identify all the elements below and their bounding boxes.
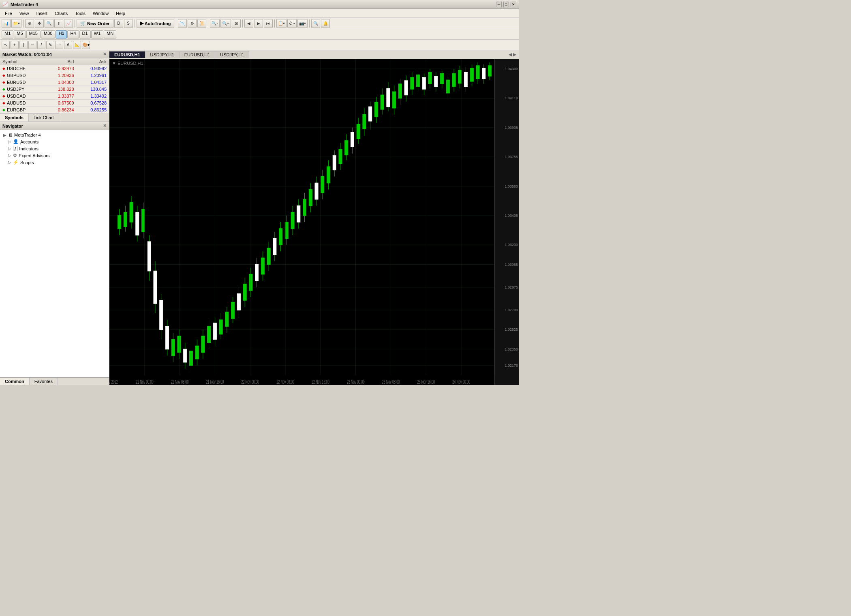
market-watch-row[interactable]: ◆ EURGBP 0.86234 0.86255	[0, 107, 109, 113]
menu-file[interactable]: File	[2, 10, 15, 17]
tab-common[interactable]: Common	[0, 378, 30, 385]
zoom-minus-button[interactable]: 🔍-	[210, 19, 219, 28]
new-order-button[interactable]: 🛒 New Order	[77, 19, 113, 28]
app-title: MetaTrader 4	[11, 2, 38, 7]
tf-w1[interactable]: W1	[91, 30, 104, 38]
trend-line-tool[interactable]: /	[37, 41, 45, 49]
vertical-line-tool[interactable]: |	[19, 41, 28, 49]
snapshot-button[interactable]: 📷▾	[297, 19, 308, 28]
period-sep-button[interactable]: ⫿	[54, 19, 63, 28]
nav-accounts[interactable]: ▷ 👤 Accounts	[0, 138, 109, 145]
menu-window[interactable]: Window	[90, 10, 112, 17]
crosshair-tool[interactable]: +	[11, 41, 19, 49]
menu-charts[interactable]: Charts	[51, 10, 71, 17]
color-picker[interactable]: 🎨▾	[82, 41, 90, 49]
market-watch-row[interactable]: ◆ USDCAD 1.33377 1.33402	[0, 93, 109, 100]
dotted-tool[interactable]: ···	[55, 41, 63, 49]
tf-h4[interactable]: H4	[67, 30, 79, 38]
tab-symbols[interactable]: Symbols	[0, 113, 29, 122]
tf-h1[interactable]: H1	[56, 30, 67, 38]
autotrading-button[interactable]: ▶ AutoTrading	[137, 19, 175, 28]
forward-button[interactable]: ▶	[254, 19, 263, 28]
chart-type-button[interactable]: 📈	[64, 19, 73, 28]
market-watch-row[interactable]: ◆ USDJPY 138.828 138.845	[0, 86, 109, 93]
market-watch-row[interactable]: ◆ EURUSD 1.04300 1.04317	[0, 79, 109, 86]
move-button[interactable]: ✥	[35, 19, 44, 28]
tf-m5[interactable]: M5	[14, 30, 26, 38]
templates-button[interactable]: 📋▾	[276, 19, 287, 28]
svg-rect-132	[470, 68, 473, 81]
zoom-in-button[interactable]: 🔍	[45, 19, 53, 28]
search-button[interactable]: 🔍	[311, 19, 320, 28]
menu-help[interactable]: Help	[113, 10, 128, 17]
tf-mn[interactable]: MN	[104, 30, 116, 38]
nav-indicators[interactable]: ▷ f Indicators	[0, 145, 109, 152]
back-button[interactable]: ◀	[244, 19, 253, 28]
regression-tool[interactable]: 📐	[73, 41, 81, 49]
experts-button[interactable]: ⚙	[188, 19, 197, 28]
menu-view[interactable]: View	[16, 10, 32, 17]
menu-insert[interactable]: Insert	[33, 10, 51, 17]
symbol-cell: ◆ GBPUSD	[0, 72, 44, 79]
separator-3	[135, 19, 135, 28]
horizontal-line-tool[interactable]: ─	[28, 41, 36, 49]
new-chart-button[interactable]: 📊	[2, 19, 11, 28]
cursor-tool[interactable]: ↖	[2, 41, 10, 49]
buy-button[interactable]: B	[114, 19, 123, 28]
navigator-close[interactable]: ✕	[103, 123, 107, 128]
tf-m15[interactable]: M15	[26, 30, 41, 38]
fix-scale-button[interactable]: ⊠	[232, 19, 241, 28]
nav-metatrader4[interactable]: ▶ 🖥 MetaTrader 4	[0, 132, 109, 138]
svg-text:23 Nov 16:00: 23 Nov 16:00	[417, 379, 435, 385]
history-button[interactable]: ⏱▾	[287, 19, 297, 28]
sell-button[interactable]: S	[124, 19, 133, 28]
menu-tools[interactable]: Tools	[72, 10, 89, 17]
bid-price: 1.20936	[44, 72, 76, 79]
chart-tab-usdjpy-h1-2[interactable]: USDJPY,H1	[215, 51, 249, 58]
pen-tool[interactable]: ✎	[46, 41, 54, 49]
crosshair-button[interactable]: ⊕	[25, 19, 34, 28]
svg-rect-82	[321, 176, 324, 192]
chart-canvas[interactable]: ▼ EURUSD,H1 1.04300 1.04110 1.03935 1.03…	[109, 59, 519, 385]
tf-m30[interactable]: M30	[41, 30, 55, 38]
separator-7	[274, 19, 275, 28]
indicators-button[interactable]: 📉	[178, 19, 187, 28]
svg-rect-48	[219, 320, 222, 334]
drawing-toolbar: ↖ + | ─ / ✎ ··· A 📐 🎨▾	[0, 40, 519, 50]
expand-icon-experts: ▷	[8, 153, 11, 158]
price-1.02350: 1.02350	[505, 347, 518, 351]
text-tool[interactable]: A	[64, 41, 72, 49]
svg-rect-90	[345, 141, 348, 155]
col-bid: Bid	[44, 58, 76, 65]
scripts-button[interactable]: 📜	[197, 19, 206, 28]
chart-tab-eurusd-h1-2[interactable]: EURUSD,H1	[180, 51, 216, 58]
nav-experts[interactable]: ▷ ⚙ Expert Advisors	[0, 152, 109, 159]
nav-scripts[interactable]: ▷ ⚡ Scripts	[0, 159, 109, 166]
nav-accounts-icon: 👤	[13, 139, 19, 144]
profiles-button[interactable]: 📁▾	[11, 19, 21, 28]
market-watch-row[interactable]: ◆ USDCHF 0.93973 0.93992	[0, 65, 109, 72]
tab-tick-chart[interactable]: Tick Chart	[29, 113, 59, 122]
tab-favorites[interactable]: Favorites	[30, 378, 58, 385]
title-bar-left: 📈 MetaTrader 4	[2, 2, 38, 7]
price-axis: 1.04300 1.04110 1.03935 1.03755 1.03580 …	[494, 59, 519, 385]
chart-tab-eurusd-h1-1[interactable]: EURUSD,H1	[109, 51, 145, 58]
price-1.03755: 1.03755	[505, 155, 518, 159]
svg-rect-38	[189, 351, 192, 365]
svg-rect-98	[369, 107, 372, 121]
tf-m1[interactable]: M1	[2, 30, 13, 38]
svg-rect-114	[417, 75, 420, 87]
minimize-button[interactable]: ─	[496, 2, 502, 7]
market-watch-row[interactable]: ◆ GBPUSD 1.20936 1.20961	[0, 72, 109, 79]
chart-tab-usdjpy-h1-1[interactable]: USDJPY,H1	[145, 51, 180, 58]
chart-tab-scroll[interactable]: ◀ ▶	[506, 52, 519, 57]
tf-d1[interactable]: D1	[79, 30, 91, 38]
symbol-indicator: ◆	[2, 101, 5, 105]
zoom-plus-button[interactable]: 🔍+	[220, 19, 231, 28]
alerts-button[interactable]: 🔔	[321, 19, 330, 28]
market-watch-row[interactable]: ◆ AUDUSD 0.67509 0.67528	[0, 100, 109, 107]
close-button[interactable]: ✕	[511, 2, 516, 7]
end-button[interactable]: ⏭	[264, 19, 273, 28]
market-watch-close[interactable]: ✕	[103, 51, 107, 57]
maximize-button[interactable]: □	[503, 2, 509, 7]
